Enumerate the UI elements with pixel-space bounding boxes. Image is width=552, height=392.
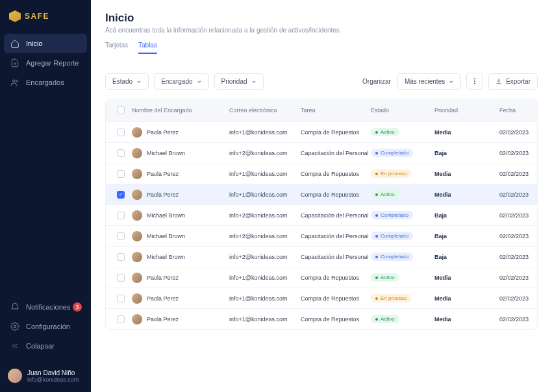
row-checkbox[interactable] (117, 232, 125, 240)
table-row[interactable]: Michael Browninfo+2@konideas.comCapacita… (106, 142, 537, 163)
settings-icon (10, 322, 19, 331)
encargado-name: Michael Brown (147, 254, 185, 260)
encargado-name: Michael Brown (147, 150, 185, 156)
table-row[interactable]: Paola Perezinfo+1@konideas.comCompra de … (106, 184, 537, 204)
table-row[interactable]: Paola Perezinfo+1@konideas.comCompra de … (106, 267, 537, 288)
tab-tablas[interactable]: Tablas (138, 42, 157, 54)
cell-task: Compra de Repuestos (301, 275, 371, 281)
cell-email: info+2@konideas.com (229, 233, 301, 239)
row-checkbox[interactable] (117, 253, 125, 261)
filter-label: Encargado (161, 78, 192, 85)
table-row[interactable]: Michael Browninfo+2@konideas.comCapacita… (106, 204, 537, 225)
user-avatar (8, 369, 22, 383)
notifications-badge: 3 (73, 302, 82, 312)
table-row[interactable]: Paola Perezinfo+1@konideas.comCompra de … (106, 121, 537, 142)
cell-status: Activo (371, 128, 434, 136)
brand-name: SAFE (25, 12, 49, 21)
encargado-name: Michael Brown (147, 233, 185, 239)
status-badge: Completado (371, 211, 413, 219)
cell-date: 02/02/2023 (499, 129, 538, 136)
status-badge: Activo (371, 315, 399, 323)
row-checkbox[interactable] (117, 129, 125, 136)
sidebar-item-agregar-reporte[interactable]: Agregar Reporte (4, 53, 87, 73)
cell-priority: Media (434, 191, 499, 198)
cell-email: info+1@konideas.com (229, 129, 301, 136)
data-table: Nombre del Encargado Correo electrónico … (105, 99, 538, 330)
sidebar-item-notificaciones[interactable]: Notificaciones 3 (4, 297, 87, 317)
sort-dropdown[interactable]: Más recientes (397, 73, 461, 90)
chevron-down-icon (449, 79, 454, 84)
table-head: Nombre del Encargado Correo electrónico … (106, 99, 537, 121)
main-content: Inicio Acá encuentras toda la informació… (91, 0, 552, 392)
row-checkbox[interactable] (117, 149, 125, 157)
status-badge: Activo (371, 273, 399, 282)
cell-name: Paola Perez (132, 314, 229, 325)
cell-task: Capacitación del Personal (301, 233, 371, 239)
sidebar-item-configuracion[interactable]: Configuración (4, 317, 87, 336)
sidebar-item-colapsar[interactable]: Colapsar (4, 336, 87, 356)
user-block[interactable]: Juan David Niño info@konideas.com (0, 362, 91, 392)
filter-prioridad[interactable]: Prioridad (214, 73, 264, 90)
sidebar-item-label: Notificaciones (26, 303, 70, 311)
cell-task: Compra de Repuestos (301, 295, 371, 302)
svg-point-1 (16, 80, 18, 82)
row-checkbox[interactable] (117, 212, 125, 219)
col-email: Correo electrónico (229, 107, 301, 114)
cell-task: Capacitación del Personal (301, 150, 371, 156)
table-row[interactable]: Michael Browninfo+2@konideas.comCapacita… (106, 246, 537, 267)
cell-status: Completado (371, 149, 434, 157)
more-actions-button[interactable] (466, 73, 483, 90)
sidebar-item-label: Colapsar (26, 342, 55, 350)
col-status: Estado (371, 107, 434, 114)
export-label: Exportar (506, 78, 531, 85)
avatar (132, 273, 142, 283)
encargado-name: Paola Perez (147, 316, 179, 323)
table-row[interactable]: Paola Perezinfo+1@konideas.comCompra de … (106, 163, 537, 184)
cell-name: Paola Perez (132, 190, 229, 200)
col-name: Nombre del Encargado (132, 107, 229, 114)
row-checkbox[interactable] (117, 295, 125, 302)
sidebar-item-inicio[interactable]: Inicio (4, 34, 87, 53)
avatar (132, 148, 142, 158)
filter-encargado[interactable]: Encargado (154, 73, 208, 90)
bell-icon (10, 302, 19, 312)
encargado-name: Paola Perez (147, 191, 179, 198)
row-checkbox[interactable] (117, 274, 125, 282)
cell-priority: Baja (434, 212, 499, 219)
row-checkbox[interactable] (117, 315, 125, 323)
cell-task: Compra de Repuestos (301, 129, 371, 136)
encargado-name: Paola Perez (147, 295, 179, 302)
cell-email: info+1@konideas.com (229, 295, 301, 302)
export-button[interactable]: Exportar (488, 73, 538, 90)
cell-priority: Media (434, 171, 499, 177)
avatar (132, 252, 142, 262)
select-all-checkbox[interactable] (117, 106, 125, 114)
sidebar-item-encargados[interactable]: Encargados (4, 73, 87, 92)
cell-task: Capacitación del Personal (301, 254, 371, 260)
cell-status: Completado (371, 211, 434, 219)
avatar (132, 169, 142, 179)
cell-status: En proceso (371, 169, 434, 178)
cell-status: Activo (371, 273, 434, 282)
tab-tarjetas[interactable]: Tarjetas (105, 42, 128, 54)
row-checkbox[interactable] (117, 191, 125, 199)
cell-name: Michael Brown (132, 148, 229, 158)
table-row[interactable]: Paola Perezinfo+1@konideas.comCompra de … (106, 308, 537, 329)
row-checkbox[interactable] (117, 170, 125, 178)
status-badge: En proceso (371, 169, 411, 178)
cell-email: info+1@konideas.com (229, 191, 301, 198)
svg-point-4 (475, 80, 475, 81)
collapse-icon (10, 341, 19, 350)
table-row[interactable]: Paola Perezinfo+1@konideas.comCompra de … (106, 288, 537, 308)
status-badge: Activo (371, 128, 399, 136)
main-nav: Inicio Agregar Reporte Encargados (0, 34, 91, 297)
cell-name: Paola Perez (132, 127, 229, 138)
cell-name: Paola Perez (132, 273, 229, 283)
users-icon (10, 78, 19, 87)
chevron-down-icon (197, 79, 202, 84)
toolbar: Estado Encargado Prioridad Organizar Más… (105, 73, 538, 90)
filter-estado[interactable]: Estado (105, 73, 149, 90)
table-row[interactable]: Michael Browninfo+2@konideas.comCapacita… (106, 225, 537, 246)
cell-email: info+2@konideas.com (229, 212, 301, 219)
user-email: info@konideas.com (27, 376, 79, 383)
